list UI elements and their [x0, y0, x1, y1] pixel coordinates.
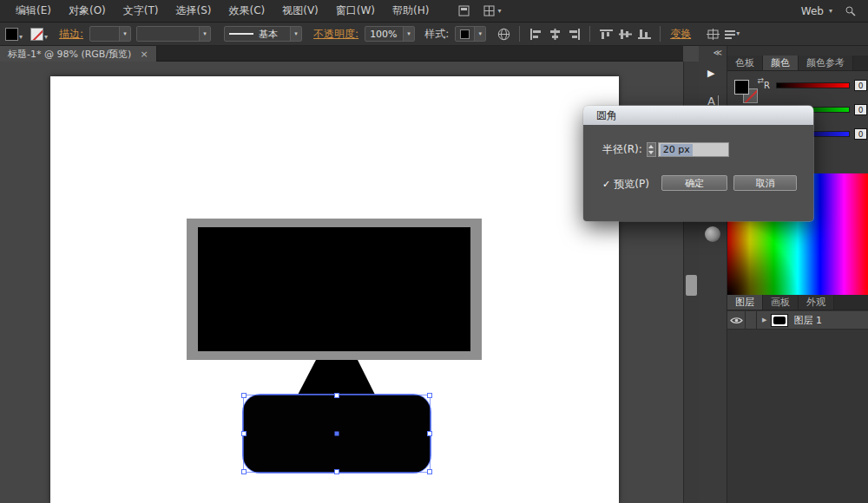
- chevron-down-icon[interactable]: ▾: [403, 27, 414, 41]
- selection-handle-bottom-left[interactable]: [241, 469, 247, 474]
- align-bottom-icon[interactable]: [635, 25, 654, 42]
- workspace-switcher[interactable]: Web ▾: [801, 5, 832, 17]
- stroke-none-swatch[interactable]: [30, 28, 43, 41]
- selection-handle-top-right[interactable]: [427, 393, 432, 398]
- selection-handle-middle-right[interactable]: [427, 431, 432, 436]
- center-anchor-point[interactable]: [335, 432, 339, 436]
- document-tab-bar: 标题-1* @ 98% (RGB/预览) ×: [0, 46, 683, 62]
- graphic-style-select[interactable]: ▾: [455, 26, 486, 42]
- chevron-down-icon[interactable]: ▾: [474, 27, 485, 41]
- checkmark-icon: ✓: [602, 179, 610, 190]
- workspace-label: Web: [801, 5, 824, 17]
- red-channel-label: R: [764, 81, 772, 90]
- close-tab-icon[interactable]: ×: [140, 49, 148, 60]
- selection-handle-bottom-center[interactable]: [334, 469, 339, 474]
- fill-proxy-swatch[interactable]: [734, 80, 749, 95]
- layer-expand-icon[interactable]: ▶: [762, 317, 766, 323]
- menu-type[interactable]: 文字(T): [115, 0, 168, 22]
- brush-definition-select[interactable]: ▾: [136, 26, 211, 42]
- fill-swatch[interactable]: [5, 28, 18, 41]
- tab-appearance[interactable]: 外观: [799, 295, 834, 310]
- isolate-selection-icon[interactable]: [703, 25, 722, 42]
- fill-color-control[interactable]: ▾: [5, 28, 23, 41]
- opacity-select[interactable]: 100% ▾: [365, 26, 415, 42]
- swap-fill-stroke-icon[interactable]: ⇄: [757, 76, 764, 85]
- separator: [519, 26, 520, 42]
- tab-color[interactable]: 颜色: [763, 56, 799, 70]
- selection-handle-middle-left[interactable]: [241, 431, 247, 436]
- selection-handle-bottom-right[interactable]: [427, 469, 432, 474]
- selection-handle-top-left[interactable]: [241, 393, 247, 398]
- align-center-icon[interactable]: [545, 25, 564, 42]
- stroke-color-control[interactable]: ▾: [30, 28, 48, 41]
- collapse-panels-icon[interactable]: ≪: [713, 48, 722, 57]
- menu-window[interactable]: 窗口(W): [327, 0, 384, 22]
- transform-panel-link[interactable]: 变换: [670, 27, 691, 42]
- tab-artboards[interactable]: 画板: [763, 295, 799, 310]
- chevron-down-icon[interactable]: ▾: [119, 27, 130, 41]
- radius-input[interactable]: 20 px: [658, 142, 729, 157]
- separator: [660, 26, 661, 42]
- arrange-documents-icon[interactable]: ▾: [483, 5, 501, 16]
- selection-bounding-box[interactable]: [243, 395, 431, 473]
- layer-row[interactable]: ▶ 图层 1: [727, 311, 868, 330]
- green-value-field[interactable]: 0: [854, 104, 867, 115]
- tab-swatches[interactable]: 色板: [727, 56, 763, 70]
- opacity-panel-link[interactable]: 不透明度:: [313, 27, 358, 42]
- search-icon[interactable]: [845, 5, 856, 16]
- chevron-down-icon: ▾: [829, 8, 832, 15]
- layers-panel-tab-bar: 图层 画板 外观: [727, 295, 868, 310]
- menu-view[interactable]: 视图(V): [273, 0, 327, 22]
- red-value-field[interactable]: 0: [854, 80, 867, 91]
- dialog-title-bar[interactable]: 圆角: [583, 106, 813, 125]
- cancel-button[interactable]: 取消: [733, 175, 797, 191]
- monitor-screen-shape[interactable]: [198, 227, 470, 351]
- chevron-down-icon[interactable]: ▾: [290, 27, 301, 41]
- tab-layers[interactable]: 图层: [727, 295, 763, 310]
- radius-row: 半径(R): 20 px: [602, 142, 729, 157]
- blue-value-field[interactable]: 0: [854, 128, 867, 140]
- radius-value: 20 px: [661, 144, 693, 156]
- chevron-down-icon: ▾: [736, 30, 740, 37]
- layer-thumbnail-art: [773, 317, 786, 324]
- menu-object[interactable]: 对象(O): [60, 0, 115, 22]
- red-slider[interactable]: [776, 82, 850, 88]
- stroke-weight-select[interactable]: ▾: [89, 26, 131, 42]
- canvas[interactable]: [0, 62, 683, 503]
- menubar-icon-group: ▾: [458, 5, 501, 16]
- align-top-icon[interactable]: [596, 25, 615, 42]
- document-tab[interactable]: 标题-1* @ 98% (RGB/预览) ×: [0, 46, 157, 62]
- panel-menu-icon[interactable]: ▾: [722, 25, 741, 42]
- preview-checkbox[interactable]: ✓ 预览(P): [602, 177, 649, 192]
- ok-button[interactable]: 确定: [661, 175, 727, 191]
- radius-stepper[interactable]: [647, 142, 656, 157]
- dialog-title: 圆角: [596, 108, 617, 123]
- align-middle-icon[interactable]: [615, 25, 635, 42]
- symbols-panel-icon[interactable]: [705, 226, 720, 242]
- menu-bar: 编辑(E) 对象(O) 文字(T) 选择(S) 效果(C) 视图(V) 窗口(W…: [0, 0, 868, 23]
- menu-help[interactable]: 帮助(H): [384, 0, 437, 22]
- menu-effect[interactable]: 效果(C): [220, 0, 273, 22]
- align-left-icon[interactable]: [526, 25, 545, 42]
- layer-name[interactable]: 图层 1: [793, 314, 822, 327]
- selection-handle-top-center[interactable]: [334, 393, 339, 398]
- align-right-icon[interactable]: [564, 25, 583, 42]
- layer-visibility-toggle[interactable]: [727, 311, 746, 329]
- line-style-select[interactable]: 基本 ▾: [224, 26, 302, 42]
- menu-edit[interactable]: 编辑(E): [7, 0, 60, 22]
- tab-color-guide[interactable]: 颜色参考: [799, 56, 853, 70]
- menu-select[interactable]: 选择(S): [167, 0, 220, 22]
- bridge-icon[interactable]: [458, 5, 470, 16]
- stepper-down-icon[interactable]: [648, 151, 654, 154]
- layer-thumbnail[interactable]: [771, 314, 788, 327]
- scrollbar-thumb[interactable]: [686, 275, 697, 296]
- recolor-artwork-icon[interactable]: [494, 25, 513, 42]
- actions-play-icon[interactable]: ▶: [707, 68, 714, 79]
- stroke-panel-link[interactable]: 描边:: [59, 27, 83, 42]
- layer-lock-toggle[interactable]: [746, 311, 757, 329]
- chevron-down-icon[interactable]: ▾: [199, 27, 210, 41]
- artboard[interactable]: [50, 76, 619, 503]
- stepper-up-icon[interactable]: [648, 145, 654, 148]
- chevron-down-icon: ▾: [19, 34, 23, 41]
- chevron-down-icon: ▾: [44, 34, 48, 41]
